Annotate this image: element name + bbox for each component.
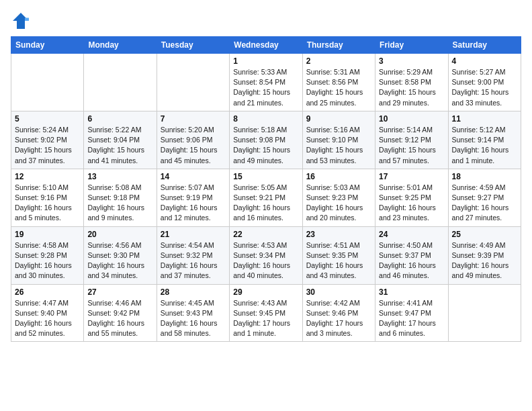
day-detail: Sunrise: 4:46 AMSunset: 9:42 PMDaylight:… (87, 298, 152, 339)
day-number: 7 (161, 114, 226, 124)
day-detail: Sunrise: 5:14 AMSunset: 9:12 PMDaylight:… (379, 125, 444, 166)
day-detail: Sunrise: 5:27 AMSunset: 9:00 PMDaylight:… (452, 67, 517, 108)
calendar-week-row: 12Sunrise: 5:10 AMSunset: 9:16 PMDayligh… (11, 169, 521, 226)
calendar-cell: 12Sunrise: 5:10 AMSunset: 9:16 PMDayligh… (11, 169, 84, 226)
day-detail: Sunrise: 5:08 AMSunset: 9:18 PMDaylight:… (87, 183, 152, 224)
day-detail: Sunrise: 5:16 AMSunset: 9:10 PMDaylight:… (306, 125, 371, 166)
day-detail: Sunrise: 4:54 AMSunset: 9:32 PMDaylight:… (161, 240, 226, 281)
calendar-cell: 22Sunrise: 4:53 AMSunset: 9:34 PMDayligh… (230, 226, 302, 284)
day-detail: Sunrise: 5:12 AMSunset: 9:14 PMDaylight:… (452, 125, 517, 166)
day-number: 29 (233, 287, 298, 297)
calendar-cell: 27Sunrise: 4:46 AMSunset: 9:42 PMDayligh… (84, 284, 157, 342)
day-number: 21 (161, 230, 226, 239)
day-number: 3 (379, 56, 444, 66)
day-detail: Sunrise: 5:03 AMSunset: 9:23 PMDaylight:… (306, 183, 371, 224)
calendar-cell: 25Sunrise: 4:49 AMSunset: 9:39 PMDayligh… (448, 226, 521, 284)
calendar-cell: 7Sunrise: 5:20 AMSunset: 9:06 PMDaylight… (157, 111, 229, 169)
day-detail: Sunrise: 5:31 AMSunset: 8:56 PMDaylight:… (306, 67, 371, 108)
day-number: 30 (306, 287, 371, 297)
day-number: 4 (452, 56, 517, 66)
day-number: 25 (452, 230, 517, 239)
day-detail: Sunrise: 4:56 AMSunset: 9:30 PMDaylight:… (87, 240, 152, 281)
day-detail: Sunrise: 5:07 AMSunset: 9:19 PMDaylight:… (161, 183, 226, 224)
calendar-cell: 15Sunrise: 5:05 AMSunset: 9:21 PMDayligh… (230, 169, 302, 226)
weekday-header: Saturday (448, 37, 521, 54)
day-number: 17 (379, 172, 444, 181)
day-number: 10 (379, 114, 444, 124)
calendar-cell: 16Sunrise: 5:03 AMSunset: 9:23 PMDayligh… (302, 169, 375, 226)
calendar-week-row: 19Sunrise: 4:58 AMSunset: 9:28 PMDayligh… (11, 226, 521, 284)
calendar-week-row: 5Sunrise: 5:24 AMSunset: 9:02 PMDaylight… (11, 111, 521, 169)
day-number: 9 (306, 114, 371, 124)
calendar-cell: 2Sunrise: 5:31 AMSunset: 8:56 PMDaylight… (302, 54, 375, 111)
calendar-cell: 4Sunrise: 5:27 AMSunset: 9:00 PMDaylight… (448, 54, 521, 111)
weekday-header: Friday (375, 37, 448, 54)
day-detail: Sunrise: 5:33 AMSunset: 8:54 PMDaylight:… (233, 67, 298, 108)
day-detail: Sunrise: 4:43 AMSunset: 9:45 PMDaylight:… (233, 298, 298, 339)
day-detail: Sunrise: 4:50 AMSunset: 9:37 PMDaylight:… (379, 240, 444, 281)
calendar-cell: 1Sunrise: 5:33 AMSunset: 8:54 PMDaylight… (230, 54, 302, 111)
day-number: 14 (161, 172, 226, 181)
day-number: 5 (15, 114, 80, 124)
day-number: 24 (379, 230, 444, 239)
day-number: 26 (15, 287, 80, 297)
weekday-header: Sunday (11, 37, 84, 54)
day-number: 15 (233, 172, 298, 181)
calendar-cell (84, 54, 157, 111)
calendar-cell: 28Sunrise: 4:45 AMSunset: 9:43 PMDayligh… (157, 284, 229, 342)
calendar-cell: 29Sunrise: 4:43 AMSunset: 9:45 PMDayligh… (230, 284, 302, 342)
calendar-header-row: SundayMondayTuesdayWednesdayThursdayFrid… (11, 37, 521, 54)
day-detail: Sunrise: 4:51 AMSunset: 9:35 PMDaylight:… (306, 240, 371, 281)
day-detail: Sunrise: 4:49 AMSunset: 9:39 PMDaylight:… (452, 240, 517, 281)
day-detail: Sunrise: 4:59 AMSunset: 9:27 PMDaylight:… (452, 183, 517, 224)
calendar-cell: 11Sunrise: 5:12 AMSunset: 9:14 PMDayligh… (448, 111, 521, 169)
day-number: 31 (379, 287, 444, 297)
calendar-cell: 20Sunrise: 4:56 AMSunset: 9:30 PMDayligh… (84, 226, 157, 284)
day-number: 18 (452, 172, 517, 181)
weekday-header: Monday (84, 37, 157, 54)
day-detail: Sunrise: 5:10 AMSunset: 9:16 PMDaylight:… (15, 183, 80, 224)
day-number: 8 (233, 114, 298, 124)
day-number: 6 (87, 114, 152, 124)
calendar-cell: 10Sunrise: 5:14 AMSunset: 9:12 PMDayligh… (375, 111, 448, 169)
day-detail: Sunrise: 5:24 AMSunset: 9:02 PMDaylight:… (15, 125, 80, 166)
calendar-cell: 17Sunrise: 5:01 AMSunset: 9:25 PMDayligh… (375, 169, 448, 226)
day-number: 19 (15, 230, 80, 239)
calendar-cell: 23Sunrise: 4:51 AMSunset: 9:35 PMDayligh… (302, 226, 375, 284)
day-detail: Sunrise: 5:05 AMSunset: 9:21 PMDaylight:… (233, 183, 298, 224)
day-number: 23 (306, 230, 371, 239)
calendar-cell: 21Sunrise: 4:54 AMSunset: 9:32 PMDayligh… (157, 226, 229, 284)
calendar-cell: 31Sunrise: 4:41 AMSunset: 9:47 PMDayligh… (375, 284, 448, 342)
day-detail: Sunrise: 4:41 AMSunset: 9:47 PMDaylight:… (379, 298, 444, 339)
weekday-header: Tuesday (157, 37, 229, 54)
day-detail: Sunrise: 4:53 AMSunset: 9:34 PMDaylight:… (233, 240, 298, 281)
calendar-week-row: 1Sunrise: 5:33 AMSunset: 8:54 PMDaylight… (11, 54, 521, 111)
weekday-header: Wednesday (230, 37, 302, 54)
calendar-cell: 5Sunrise: 5:24 AMSunset: 9:02 PMDaylight… (11, 111, 84, 169)
day-number: 27 (87, 287, 152, 297)
weekday-header: Thursday (302, 37, 375, 54)
day-number: 20 (87, 230, 152, 239)
calendar-cell: 24Sunrise: 4:50 AMSunset: 9:37 PMDayligh… (375, 226, 448, 284)
page-header (11, 11, 521, 31)
day-number: 13 (87, 172, 152, 181)
calendar-cell (11, 54, 84, 111)
calendar-table: SundayMondayTuesdayWednesdayThursdayFrid… (11, 36, 521, 342)
calendar-cell: 19Sunrise: 4:58 AMSunset: 9:28 PMDayligh… (11, 226, 84, 284)
day-detail: Sunrise: 4:47 AMSunset: 9:40 PMDaylight:… (15, 298, 80, 339)
svg-marker-1 (25, 18, 29, 21)
day-number: 1 (233, 56, 298, 66)
calendar-cell (157, 54, 229, 111)
day-detail: Sunrise: 5:01 AMSunset: 9:25 PMDaylight:… (379, 183, 444, 224)
calendar-cell: 18Sunrise: 4:59 AMSunset: 9:27 PMDayligh… (448, 169, 521, 226)
calendar-cell: 8Sunrise: 5:18 AMSunset: 9:08 PMDaylight… (230, 111, 302, 169)
calendar-cell: 6Sunrise: 5:22 AMSunset: 9:04 PMDaylight… (84, 111, 157, 169)
calendar-cell (448, 284, 521, 342)
logo (11, 11, 34, 31)
calendar-cell: 13Sunrise: 5:08 AMSunset: 9:18 PMDayligh… (84, 169, 157, 226)
day-detail: Sunrise: 5:18 AMSunset: 9:08 PMDaylight:… (233, 125, 298, 166)
day-number: 28 (161, 287, 226, 297)
day-detail: Sunrise: 4:45 AMSunset: 9:43 PMDaylight:… (161, 298, 226, 339)
calendar-cell: 26Sunrise: 4:47 AMSunset: 9:40 PMDayligh… (11, 284, 84, 342)
calendar-cell: 30Sunrise: 4:42 AMSunset: 9:46 PMDayligh… (302, 284, 375, 342)
